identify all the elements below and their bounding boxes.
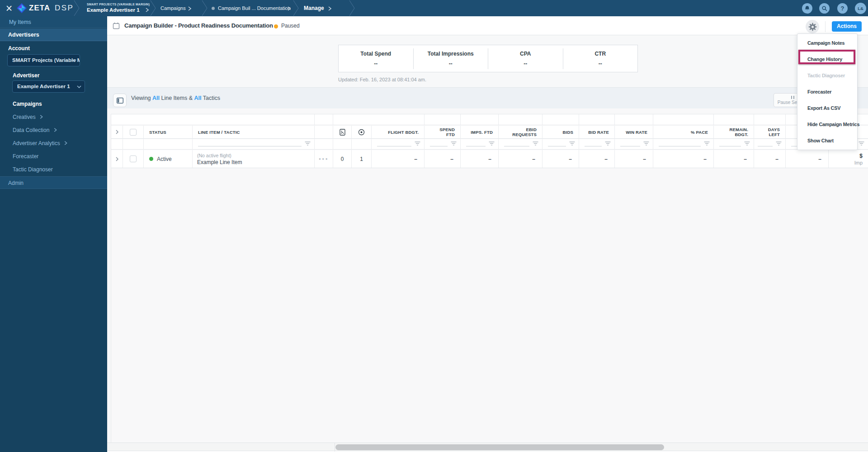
row-creatives-count[interactable]: 0	[333, 150, 352, 168]
panel-layout-icon	[117, 98, 123, 104]
advertiser-select-value: Example Advertiser 1	[17, 84, 70, 89]
column-group-spacer	[333, 114, 425, 125]
filter-input[interactable]	[758, 141, 773, 146]
metric-total-spend: Total Spend --	[339, 48, 414, 69]
header-pace[interactable]: % PACE	[653, 126, 714, 138]
filter-icon[interactable]	[859, 141, 864, 146]
filter-input[interactable]	[198, 141, 302, 146]
header-line-item[interactable]: LINE ITEM / TACTIC	[193, 126, 315, 138]
line-item-name[interactable]: Example Line Item	[197, 159, 242, 165]
header-creatives[interactable]	[333, 126, 352, 138]
row-actions-button[interactable]: ●●●	[315, 150, 333, 168]
row-checkbox[interactable]	[130, 155, 137, 162]
chevron-right-icon	[116, 157, 118, 161]
viewing-all-line-items[interactable]: All	[152, 95, 160, 101]
overflow-spend: $	[859, 153, 863, 159]
header-days-left[interactable]: DAYS LEFT	[754, 126, 786, 138]
table-row[interactable]: Active (No active flight) Example Line I…	[111, 150, 868, 168]
advertiser-select[interactable]: Example Advertiser 1	[12, 80, 85, 93]
menu-item-campaign-notes[interactable]: Campaign Notes	[797, 35, 857, 51]
sidebar-item-advertisers[interactable]: Advertisers	[0, 28, 107, 41]
calendar-icon	[113, 22, 120, 29]
scrollbar-thumb[interactable]	[335, 444, 664, 450]
filter-icon[interactable]	[451, 141, 457, 146]
sidebar-item-my-items[interactable]: My Items	[0, 16, 107, 28]
advertiser-label: Advertiser	[13, 72, 39, 79]
row-line-item-cell[interactable]: (No active flight) Example Line Item	[193, 150, 315, 168]
actions-button[interactable]: Actions	[832, 21, 862, 32]
panel-toggle-button[interactable]	[113, 94, 127, 107]
header-label: STATUS	[144, 130, 192, 135]
filter-input[interactable]	[620, 141, 640, 146]
filter-icon[interactable]	[489, 141, 495, 146]
sidebar-item-advertiser-analytics[interactable]: Advertiser Analytics	[13, 140, 67, 146]
zeta-logo-icon	[17, 3, 27, 13]
filter-icon[interactable]	[704, 141, 710, 146]
row-spend-ftd: –	[425, 150, 461, 168]
header-spend-ftd[interactable]: SPEND FTD	[425, 126, 461, 138]
filter-icon[interactable]	[569, 141, 575, 146]
row-tactics-count[interactable]: 1	[352, 150, 372, 168]
filter-cell	[615, 139, 653, 149]
help-button[interactable]: ?	[837, 3, 848, 14]
filter-icon[interactable]	[776, 141, 782, 146]
breadcrumb-manage[interactable]: Manage	[304, 5, 324, 11]
filter-spacer	[111, 139, 123, 149]
expand-all-button[interactable]	[111, 126, 123, 138]
filter-cell	[372, 139, 425, 149]
breadcrumb-campaign-name[interactable]: Campaign Buil ... Documentation	[218, 5, 291, 11]
filter-icon[interactable]	[605, 141, 611, 146]
sidebar-item-data-collection[interactable]: Data Collection	[13, 127, 57, 133]
header-status[interactable]: STATUS	[144, 126, 193, 138]
user-avatar[interactable]: L&	[855, 3, 866, 14]
filter-input[interactable]	[377, 141, 411, 146]
menu-item-show-chart[interactable]: Show Chart	[797, 132, 857, 149]
header-imps-ftd[interactable]: IMPS. FTD	[461, 126, 499, 138]
sidebar-item-forecaster[interactable]: Forecaster	[13, 153, 38, 160]
breadcrumb-campaigns[interactable]: Campaigns	[160, 5, 186, 11]
filter-input[interactable]	[466, 141, 486, 146]
filter-input[interactable]	[430, 141, 448, 146]
sidebar-item-creatives[interactable]: Creatives	[13, 114, 43, 120]
sidebar-item-campaigns[interactable]: Campaigns	[13, 101, 42, 107]
header-remaining-budget[interactable]: REMAIN. BDGT.	[714, 126, 754, 138]
filter-icon[interactable]	[744, 141, 750, 146]
filter-spacer	[333, 139, 352, 149]
header-win-rate[interactable]: WIN RATE	[615, 126, 653, 138]
sidebar-item-admin[interactable]: Admin	[0, 176, 107, 189]
filter-icon[interactable]	[533, 141, 538, 146]
header-tactics[interactable]	[352, 126, 372, 138]
header-bid-rate[interactable]: BID RATE	[579, 126, 615, 138]
chevron-down-icon	[72, 59, 76, 62]
filter-input[interactable]	[719, 141, 741, 146]
filter-icon[interactable]	[643, 141, 649, 146]
filter-input[interactable]	[548, 141, 566, 146]
viewing-all-tactics[interactable]: All	[194, 95, 201, 101]
menu-item-export-csv[interactable]: Export As CSV	[797, 100, 857, 116]
sidebar-item-tactic-diagnoser[interactable]: Tactic Diagnoser	[13, 166, 53, 173]
notifications-button[interactable]	[802, 3, 812, 14]
filter-input[interactable]	[585, 141, 602, 146]
sidebar: My Items Advertisers Account SMART Proje…	[0, 16, 107, 452]
search-button[interactable]	[819, 3, 830, 14]
header-ebid-requests[interactable]: EBID REQUESTS	[499, 126, 542, 138]
settings-button[interactable]	[806, 20, 819, 33]
filter-icon[interactable]	[415, 141, 420, 146]
header-bids[interactable]: BIDS	[542, 126, 579, 138]
column-group-spacer	[714, 114, 754, 125]
menu-item-forecaster[interactable]: Forecaster	[797, 84, 857, 100]
column-group-spacer	[754, 114, 786, 125]
table-header-row: STATUS LINE ITEM / TACTIC FLIGHT BDGT. S…	[111, 126, 868, 139]
sidebar-item-label: Advertiser Analytics	[13, 140, 60, 146]
header-flight-budget[interactable]: FLIGHT BDGT.	[372, 126, 425, 138]
close-icon[interactable]: ×	[4, 1, 14, 15]
filter-input[interactable]	[504, 141, 529, 146]
breadcrumb-advertiser[interactable]: Example Advertiser 1	[87, 7, 140, 13]
row-expand-button[interactable]	[111, 150, 123, 168]
select-all-checkbox[interactable]	[130, 129, 137, 136]
account-select[interactable]: SMART Projects (Variable M...	[7, 54, 80, 66]
filter-input[interactable]	[659, 141, 701, 146]
header-label: FLIGHT BDGT.	[372, 130, 424, 135]
menu-item-hide-campaign-metrics[interactable]: Hide Campaign Metrics	[797, 116, 857, 132]
filter-icon[interactable]	[305, 141, 311, 146]
